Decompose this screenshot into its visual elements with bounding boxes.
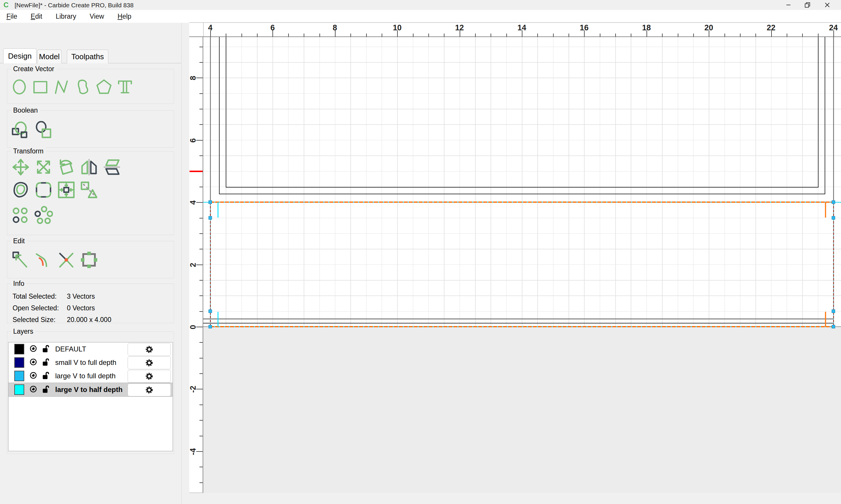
grid-array-tool[interactable] — [12, 205, 30, 224]
ruler-tick — [382, 34, 382, 37]
ruler-tick — [475, 34, 476, 37]
group-edit: Edit — [7, 241, 174, 278]
layer-row-0[interactable]: DEFAULT — [8, 342, 173, 356]
selection-handle[interactable] — [208, 309, 212, 313]
layer-visibility-toggle[interactable] — [29, 358, 38, 367]
inset-tool[interactable] — [57, 181, 75, 199]
gridline-v — [662, 37, 663, 327]
ruler-top-label: 14 — [515, 23, 528, 32]
gridline-v — [257, 37, 258, 327]
trim-tool[interactable] — [57, 251, 75, 269]
ruler-left-label: -2 — [189, 383, 198, 396]
offset-tool[interactable] — [12, 181, 30, 199]
circular-array-tool[interactable] — [34, 205, 53, 224]
vector-tick — [218, 202, 219, 218]
layer-settings-button[interactable] — [127, 343, 171, 356]
layer-lock-toggle[interactable] — [42, 371, 51, 381]
selected-edge-top[interactable] — [210, 201, 834, 203]
ruler-tick — [802, 34, 803, 37]
info-label: Open Selected: — [13, 304, 59, 312]
selection-handle[interactable] — [832, 325, 835, 328]
tangent-tool[interactable] — [34, 251, 53, 269]
selected-edge-bottom[interactable] — [210, 326, 834, 327]
layer-color-swatch[interactable] — [14, 371, 24, 381]
gridline-v — [600, 37, 600, 327]
selection-handle[interactable] — [208, 216, 212, 220]
rectangle-tool[interactable] — [32, 78, 49, 95]
layer-settings-button[interactable] — [127, 383, 171, 396]
circle-tool[interactable] — [12, 78, 28, 95]
mirror-horizontal-tool[interactable] — [80, 158, 98, 177]
ruler-left-label: 4 — [189, 196, 198, 209]
selection-handle[interactable] — [208, 200, 212, 204]
layer-lock-toggle[interactable] — [42, 358, 51, 367]
ruler-tick — [724, 34, 725, 37]
selection-handle[interactable] — [832, 200, 835, 204]
layer-row-2[interactable]: large V to full depth — [8, 369, 173, 383]
tab-toolpaths[interactable]: Toolpaths — [67, 50, 108, 63]
scale-tool[interactable] — [34, 158, 53, 177]
gridline-v — [460, 37, 460, 327]
ruler-left: 86420-2-4 — [189, 37, 203, 493]
ruler-tick — [693, 34, 694, 37]
tab-design[interactable]: Design — [3, 49, 36, 63]
ruler-tick — [537, 34, 538, 37]
ruler-tick — [241, 34, 242, 37]
scale-tool-icon — [34, 158, 53, 177]
info-value: 3 Vectors — [67, 292, 95, 301]
rotate-tool[interactable] — [57, 158, 75, 177]
layer-settings-button[interactable] — [127, 356, 171, 369]
menu-file[interactable]: File — [5, 13, 18, 20]
resize-nodes-tool[interactable] — [80, 251, 98, 269]
menu-edit[interactable]: Edit — [30, 13, 44, 20]
menu-bar: FileEditLibraryViewHelp — [0, 10, 841, 23]
ruler-tick — [226, 34, 226, 37]
layer-row-3[interactable]: large V to half depth — [8, 383, 173, 397]
layer-color-swatch[interactable] — [14, 357, 24, 368]
gridline-v — [304, 37, 304, 327]
black-line-y011 — [203, 323, 834, 323]
layer-color-swatch[interactable] — [14, 344, 24, 354]
menu-library[interactable]: Library — [55, 13, 78, 20]
close-button[interactable] — [815, 0, 840, 10]
move-tool[interactable] — [12, 158, 30, 177]
menu-help[interactable]: Help — [116, 13, 132, 20]
text-tool[interactable] — [117, 78, 134, 95]
unlock-icon — [42, 371, 51, 380]
selection-handle[interactable] — [208, 325, 212, 328]
layer-lock-toggle[interactable] — [42, 385, 51, 395]
layer-visibility-toggle[interactable] — [29, 345, 38, 354]
selected-edge-right[interactable] — [833, 202, 834, 327]
ruler-tick — [200, 109, 203, 109]
selected-edge-left[interactable] — [210, 202, 211, 327]
selection-handle[interactable] — [832, 216, 835, 220]
menu-view[interactable]: View — [88, 13, 105, 20]
design-canvas[interactable] — [203, 37, 841, 493]
boolean-subtract-tool[interactable] — [34, 121, 53, 140]
round-corners-tool[interactable] — [34, 181, 53, 199]
offset-tool-icon — [12, 181, 30, 199]
layer-row-1[interactable]: small V to full depth — [8, 356, 173, 369]
ruler-tick — [678, 34, 679, 37]
ruler-top-label: 16 — [578, 23, 590, 32]
polygon-tool[interactable] — [96, 78, 113, 95]
gridline-v — [522, 37, 522, 327]
curve-tool[interactable] — [74, 78, 91, 95]
layer-visibility-toggle[interactable] — [29, 385, 38, 394]
trim-align-tool[interactable] — [80, 181, 98, 199]
selection-handle[interactable] — [832, 309, 835, 313]
boolean-union-tool[interactable] — [12, 121, 30, 140]
layer-visibility-toggle[interactable] — [29, 372, 38, 380]
gridline-v — [787, 37, 787, 327]
ruler-tick — [200, 373, 203, 374]
group-boolean: Boolean — [7, 110, 174, 148]
border-rect-inner-left — [226, 37, 226, 187]
layer-lock-toggle[interactable] — [42, 344, 51, 354]
gridline-v — [320, 37, 320, 327]
flip-vertical-tool[interactable] — [103, 158, 121, 177]
layer-settings-button[interactable] — [127, 370, 171, 383]
tab-model[interactable]: Model — [37, 50, 62, 63]
layer-color-swatch[interactable] — [14, 384, 24, 395]
node-edit-tool[interactable] — [12, 251, 30, 269]
polyline-tool[interactable] — [53, 78, 70, 95]
